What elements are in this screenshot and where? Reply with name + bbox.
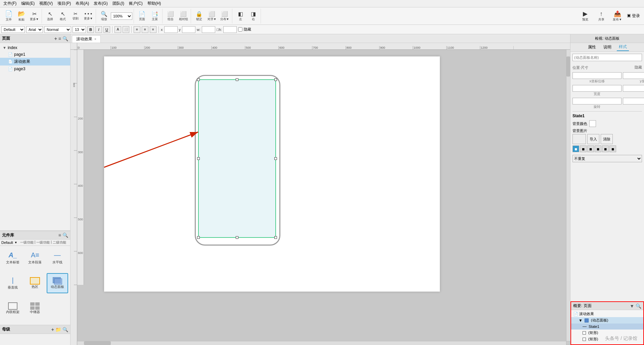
pages-search-icon[interactable]: 🔍 [62, 36, 68, 41]
align-btn-1[interactable]: ◼ [572, 145, 579, 152]
layer-search-icon[interactable]: 🔍 [636, 303, 641, 309]
tree-item-page1[interactable]: 📄 page1 [0, 51, 70, 58]
handle-top[interactable] [236, 78, 238, 81]
dynamic-panel-widget[interactable] [198, 79, 276, 238]
menu-view[interactable]: 视图(V) [37, 0, 55, 7]
menu-edit[interactable]: 编辑(E) [19, 0, 37, 7]
cut2-btn[interactable]: ✂ 切割 [70, 9, 82, 23]
menu-team[interactable]: 团队(I) [110, 0, 126, 7]
repeat-select[interactable]: 不重复 水平重复 垂直重复 平铺 [572, 155, 642, 162]
menu-file[interactable]: 文件(F) [1, 0, 18, 7]
menu-account[interactable]: 账户(C) [127, 0, 145, 7]
relative-btn[interactable]: ⬜ 相对组 [177, 9, 189, 23]
hidden-checkbox[interactable] [238, 27, 242, 32]
tab-style[interactable]: 样式 [617, 43, 629, 51]
more-btn[interactable]: • • • 更多▼ [82, 9, 94, 23]
canvas-tab[interactable]: 滚动效果 × [72, 35, 101, 43]
handle-bottom-right[interactable] [274, 236, 277, 239]
preview-btn[interactable]: ▶ 预览 [579, 9, 592, 23]
font-style-select[interactable]: Normal [44, 26, 71, 33]
font-family-select[interactable]: Default [1, 26, 25, 33]
distribute-btn[interactable]: ⬜ 分布▼ [219, 9, 231, 23]
combine-btn[interactable]: ⬜ 组合 [165, 9, 177, 23]
left-btn[interactable]: ◧ 左 [234, 9, 246, 23]
comp-dynamic-panel[interactable]: 动态面板 [47, 273, 68, 293]
clear-btn[interactable]: 清除 [601, 134, 613, 144]
handle-top-right[interactable] [274, 78, 277, 81]
comp-dropdown-icon[interactable]: ▼ [14, 241, 17, 244]
tab-notes[interactable]: 说明 [601, 44, 613, 51]
tree-item-scroll[interactable]: 📄 滚动效果 [0, 58, 70, 66]
login-btn[interactable]: ▣ 登录 [627, 13, 640, 19]
master-add-icon[interactable]: + [51, 327, 54, 332]
h-input[interactable]: 568 [223, 26, 237, 33]
import-btn[interactable]: 导入 [587, 134, 599, 144]
w-input[interactable]: 320 [202, 26, 215, 33]
new-btn[interactable]: 📄 文件 [3, 9, 15, 23]
font-name-select[interactable]: Arial [26, 26, 43, 33]
align-btn-3[interactable]: ◼ [587, 145, 594, 152]
canvas-tab-close[interactable]: × [94, 37, 96, 41]
align-btn[interactable]: ⬜ 对齐▼ [206, 9, 218, 23]
comp-search-icon[interactable]: 🔍 [62, 232, 68, 238]
v-scrollbar[interactable] [566, 50, 570, 341]
layer-filter-icon[interactable]: ▼ [630, 303, 634, 309]
publish-btn[interactable]: 📤 发布▼ [611, 9, 624, 23]
layer-item-scroll[interactable]: 📄 滚动效果 [571, 311, 643, 317]
bold-btn[interactable]: B [87, 26, 94, 33]
handle-left[interactable] [197, 157, 200, 160]
align-btn-4[interactable]: ◼ [595, 145, 601, 152]
w-coord-input[interactable]: 320 [572, 85, 622, 92]
lock-btn[interactable]: 🔒 锁定 [193, 9, 205, 23]
page-btn[interactable]: 📄 页面 [136, 9, 148, 23]
cut-btn[interactable]: ✂ 更多▼ [28, 9, 40, 23]
y-input[interactable]: 78 [182, 26, 195, 33]
right-btn[interactable]: ◨ 右 [247, 9, 259, 23]
zoom-btn[interactable]: 🔍 缩放 [98, 9, 110, 23]
layer-item-dynpanel[interactable]: ▼ (动态面板) [571, 317, 643, 324]
select-btn[interactable]: ↖ 选择 [44, 9, 56, 23]
align-btn-6[interactable]: ◼ [609, 145, 616, 152]
y-coord-input[interactable]: 78 [623, 72, 644, 79]
h-scroll-thumb[interactable] [84, 341, 111, 345]
align-center-btn[interactable]: ≡ [142, 26, 148, 33]
v-scroll-thumb[interactable] [566, 56, 570, 77]
open-btn[interactable]: 📂 粘贴 [15, 9, 28, 23]
handle-right[interactable] [274, 157, 277, 160]
tree-item-page3[interactable]: 📄 page3 [0, 66, 70, 72]
handle-top-left[interactable] [197, 78, 200, 81]
handle-bottom[interactable] [236, 236, 238, 239]
tree-item-index[interactable]: ▼ index [0, 44, 70, 51]
tab-properties[interactable]: 属性 [586, 44, 598, 51]
share-btn[interactable]: ↑ 共享 [595, 9, 608, 23]
comp-text-label[interactable]: A_ 文本标签 [2, 248, 24, 268]
comp-inline-frame[interactable]: 内联框架 [2, 298, 24, 318]
bg-color-btn[interactable]: ⬜ [123, 26, 129, 33]
comp-vline[interactable]: | 垂直线 [2, 273, 24, 293]
h-scrollbar[interactable] [77, 341, 566, 345]
align-right-btn[interactable]: ≡ [150, 26, 156, 33]
bg-color-swatch[interactable] [589, 120, 596, 127]
x-input[interactable]: 399 [164, 26, 178, 33]
h-coord-input[interactable]: 568 [623, 85, 644, 92]
add-page-icon[interactable]: + [54, 36, 57, 41]
comp-hline[interactable]: — 水平线 [47, 248, 68, 268]
align-left-btn[interactable]: ≡ [134, 26, 140, 33]
layer-item-rect1[interactable]: (矩形) [571, 330, 643, 336]
align-btn-5[interactable]: ◼ [602, 145, 609, 152]
menu-publish[interactable]: 发布(G) [92, 0, 109, 7]
comp-text-para[interactable]: A≡ 文本段落 [24, 248, 46, 268]
font-size-select[interactable]: 13 [73, 26, 86, 33]
comp-hotspot[interactable]: 热区 [24, 273, 46, 293]
canvas-container[interactable]: 0 100 200 300 400 500 600 [71, 43, 570, 345]
pages-menu-icon[interactable]: ≡ [58, 36, 61, 41]
align-btn-2[interactable]: ◼ [580, 145, 587, 152]
menu-layout[interactable]: 布局(A) [74, 0, 91, 7]
master-folder-icon[interactable]: 📁 [55, 327, 61, 332]
handle-bottom-left[interactable] [197, 236, 200, 239]
master-btn[interactable]: 📑 主菜 [149, 9, 161, 23]
comp-repeater[interactable]: 中继器 [24, 298, 46, 318]
x-coord-input[interactable]: 399 [572, 72, 622, 79]
menu-help[interactable]: 帮助(H) [145, 0, 163, 7]
font-color-btn[interactable]: A [114, 26, 121, 33]
